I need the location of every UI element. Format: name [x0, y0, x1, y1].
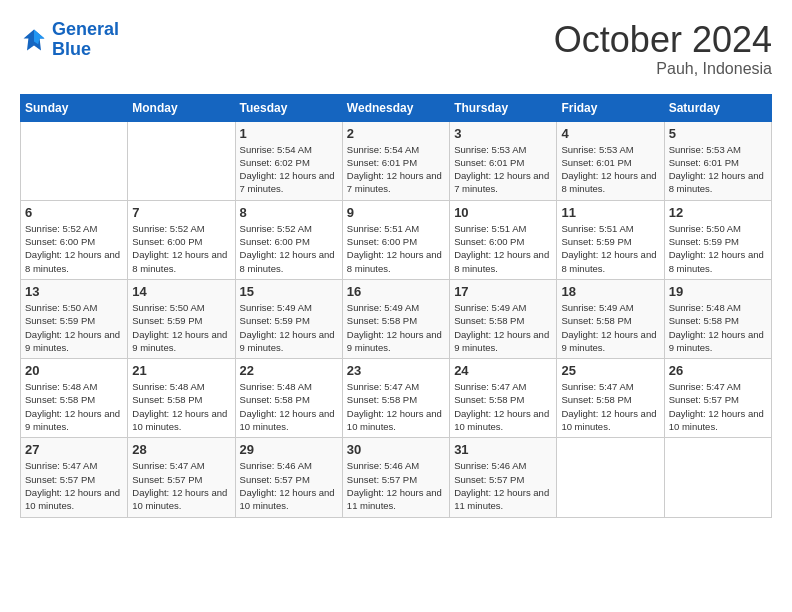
calendar-cell: 4Sunrise: 5:53 AM Sunset: 6:01 PM Daylig… — [557, 121, 664, 200]
day-number: 14 — [132, 284, 230, 299]
day-info: Sunrise: 5:51 AM Sunset: 6:00 PM Dayligh… — [454, 222, 552, 275]
day-number: 7 — [132, 205, 230, 220]
calendar-cell: 20Sunrise: 5:48 AM Sunset: 5:58 PM Dayli… — [21, 359, 128, 438]
day-info: Sunrise: 5:50 AM Sunset: 5:59 PM Dayligh… — [132, 301, 230, 354]
day-info: Sunrise: 5:49 AM Sunset: 5:58 PM Dayligh… — [561, 301, 659, 354]
logo-text: General Blue — [52, 20, 119, 60]
day-number: 20 — [25, 363, 123, 378]
day-header-saturday: Saturday — [664, 94, 771, 121]
calendar-cell: 26Sunrise: 5:47 AM Sunset: 5:57 PM Dayli… — [664, 359, 771, 438]
calendar-cell: 8Sunrise: 5:52 AM Sunset: 6:00 PM Daylig… — [235, 200, 342, 279]
day-number: 10 — [454, 205, 552, 220]
day-number: 16 — [347, 284, 445, 299]
calendar-cell: 23Sunrise: 5:47 AM Sunset: 5:58 PM Dayli… — [342, 359, 449, 438]
calendar-cell: 15Sunrise: 5:49 AM Sunset: 5:59 PM Dayli… — [235, 279, 342, 358]
calendar-cell: 2Sunrise: 5:54 AM Sunset: 6:01 PM Daylig… — [342, 121, 449, 200]
calendar-week-3: 13Sunrise: 5:50 AM Sunset: 5:59 PM Dayli… — [21, 279, 772, 358]
calendar-cell: 9Sunrise: 5:51 AM Sunset: 6:00 PM Daylig… — [342, 200, 449, 279]
day-info: Sunrise: 5:47 AM Sunset: 5:58 PM Dayligh… — [454, 380, 552, 433]
calendar-week-4: 20Sunrise: 5:48 AM Sunset: 5:58 PM Dayli… — [21, 359, 772, 438]
day-info: Sunrise: 5:53 AM Sunset: 6:01 PM Dayligh… — [561, 143, 659, 196]
day-number: 13 — [25, 284, 123, 299]
day-info: Sunrise: 5:46 AM Sunset: 5:57 PM Dayligh… — [240, 459, 338, 512]
day-number: 17 — [454, 284, 552, 299]
calendar-cell: 17Sunrise: 5:49 AM Sunset: 5:58 PM Dayli… — [450, 279, 557, 358]
day-info: Sunrise: 5:51 AM Sunset: 6:00 PM Dayligh… — [347, 222, 445, 275]
page-header: General Blue October 2024 Pauh, Indonesi… — [20, 20, 772, 78]
calendar-cell: 10Sunrise: 5:51 AM Sunset: 6:00 PM Dayli… — [450, 200, 557, 279]
calendar-cell: 30Sunrise: 5:46 AM Sunset: 5:57 PM Dayli… — [342, 438, 449, 517]
day-info: Sunrise: 5:49 AM Sunset: 5:59 PM Dayligh… — [240, 301, 338, 354]
day-info: Sunrise: 5:50 AM Sunset: 5:59 PM Dayligh… — [25, 301, 123, 354]
day-info: Sunrise: 5:52 AM Sunset: 6:00 PM Dayligh… — [240, 222, 338, 275]
calendar-cell: 31Sunrise: 5:46 AM Sunset: 5:57 PM Dayli… — [450, 438, 557, 517]
day-info: Sunrise: 5:54 AM Sunset: 6:01 PM Dayligh… — [347, 143, 445, 196]
day-info: Sunrise: 5:53 AM Sunset: 6:01 PM Dayligh… — [669, 143, 767, 196]
calendar-cell: 1Sunrise: 5:54 AM Sunset: 6:02 PM Daylig… — [235, 121, 342, 200]
day-header-monday: Monday — [128, 94, 235, 121]
day-number: 9 — [347, 205, 445, 220]
day-number: 24 — [454, 363, 552, 378]
calendar-header-row: SundayMondayTuesdayWednesdayThursdayFrid… — [21, 94, 772, 121]
calendar-cell: 13Sunrise: 5:50 AM Sunset: 5:59 PM Dayli… — [21, 279, 128, 358]
calendar-cell: 6Sunrise: 5:52 AM Sunset: 6:00 PM Daylig… — [21, 200, 128, 279]
day-number: 12 — [669, 205, 767, 220]
day-header-wednesday: Wednesday — [342, 94, 449, 121]
day-header-thursday: Thursday — [450, 94, 557, 121]
day-info: Sunrise: 5:47 AM Sunset: 5:57 PM Dayligh… — [25, 459, 123, 512]
day-number: 8 — [240, 205, 338, 220]
day-number: 30 — [347, 442, 445, 457]
calendar-body: 1Sunrise: 5:54 AM Sunset: 6:02 PM Daylig… — [21, 121, 772, 517]
day-number: 11 — [561, 205, 659, 220]
day-number: 18 — [561, 284, 659, 299]
day-number: 4 — [561, 126, 659, 141]
day-number: 28 — [132, 442, 230, 457]
day-info: Sunrise: 5:54 AM Sunset: 6:02 PM Dayligh… — [240, 143, 338, 196]
day-info: Sunrise: 5:47 AM Sunset: 5:57 PM Dayligh… — [669, 380, 767, 433]
calendar-cell: 28Sunrise: 5:47 AM Sunset: 5:57 PM Dayli… — [128, 438, 235, 517]
logo: General Blue — [20, 20, 119, 60]
day-info: Sunrise: 5:48 AM Sunset: 5:58 PM Dayligh… — [25, 380, 123, 433]
day-info: Sunrise: 5:46 AM Sunset: 5:57 PM Dayligh… — [454, 459, 552, 512]
calendar-cell: 19Sunrise: 5:48 AM Sunset: 5:58 PM Dayli… — [664, 279, 771, 358]
calendar-cell: 27Sunrise: 5:47 AM Sunset: 5:57 PM Dayli… — [21, 438, 128, 517]
month-title: October 2024 — [554, 20, 772, 60]
day-number: 5 — [669, 126, 767, 141]
calendar-cell: 16Sunrise: 5:49 AM Sunset: 5:58 PM Dayli… — [342, 279, 449, 358]
calendar-cell: 25Sunrise: 5:47 AM Sunset: 5:58 PM Dayli… — [557, 359, 664, 438]
calendar-week-5: 27Sunrise: 5:47 AM Sunset: 5:57 PM Dayli… — [21, 438, 772, 517]
calendar-cell — [21, 121, 128, 200]
day-info: Sunrise: 5:52 AM Sunset: 6:00 PM Dayligh… — [25, 222, 123, 275]
day-number: 21 — [132, 363, 230, 378]
day-info: Sunrise: 5:52 AM Sunset: 6:00 PM Dayligh… — [132, 222, 230, 275]
day-header-friday: Friday — [557, 94, 664, 121]
title-block: October 2024 Pauh, Indonesia — [554, 20, 772, 78]
day-number: 25 — [561, 363, 659, 378]
logo-blue: Blue — [52, 39, 91, 59]
day-number: 19 — [669, 284, 767, 299]
calendar-cell: 21Sunrise: 5:48 AM Sunset: 5:58 PM Dayli… — [128, 359, 235, 438]
day-header-sunday: Sunday — [21, 94, 128, 121]
day-info: Sunrise: 5:50 AM Sunset: 5:59 PM Dayligh… — [669, 222, 767, 275]
calendar-cell: 29Sunrise: 5:46 AM Sunset: 5:57 PM Dayli… — [235, 438, 342, 517]
day-info: Sunrise: 5:48 AM Sunset: 5:58 PM Dayligh… — [669, 301, 767, 354]
day-info: Sunrise: 5:47 AM Sunset: 5:57 PM Dayligh… — [132, 459, 230, 512]
calendar-cell — [664, 438, 771, 517]
day-info: Sunrise: 5:53 AM Sunset: 6:01 PM Dayligh… — [454, 143, 552, 196]
day-number: 31 — [454, 442, 552, 457]
calendar-cell: 3Sunrise: 5:53 AM Sunset: 6:01 PM Daylig… — [450, 121, 557, 200]
day-info: Sunrise: 5:47 AM Sunset: 5:58 PM Dayligh… — [561, 380, 659, 433]
day-info: Sunrise: 5:49 AM Sunset: 5:58 PM Dayligh… — [347, 301, 445, 354]
day-number: 23 — [347, 363, 445, 378]
day-info: Sunrise: 5:49 AM Sunset: 5:58 PM Dayligh… — [454, 301, 552, 354]
day-number: 29 — [240, 442, 338, 457]
logo-icon — [20, 26, 48, 54]
day-info: Sunrise: 5:47 AM Sunset: 5:58 PM Dayligh… — [347, 380, 445, 433]
calendar-cell: 24Sunrise: 5:47 AM Sunset: 5:58 PM Dayli… — [450, 359, 557, 438]
day-info: Sunrise: 5:48 AM Sunset: 5:58 PM Dayligh… — [132, 380, 230, 433]
day-number: 22 — [240, 363, 338, 378]
day-number: 27 — [25, 442, 123, 457]
calendar-cell: 11Sunrise: 5:51 AM Sunset: 5:59 PM Dayli… — [557, 200, 664, 279]
logo-general: General — [52, 19, 119, 39]
calendar-cell: 14Sunrise: 5:50 AM Sunset: 5:59 PM Dayli… — [128, 279, 235, 358]
